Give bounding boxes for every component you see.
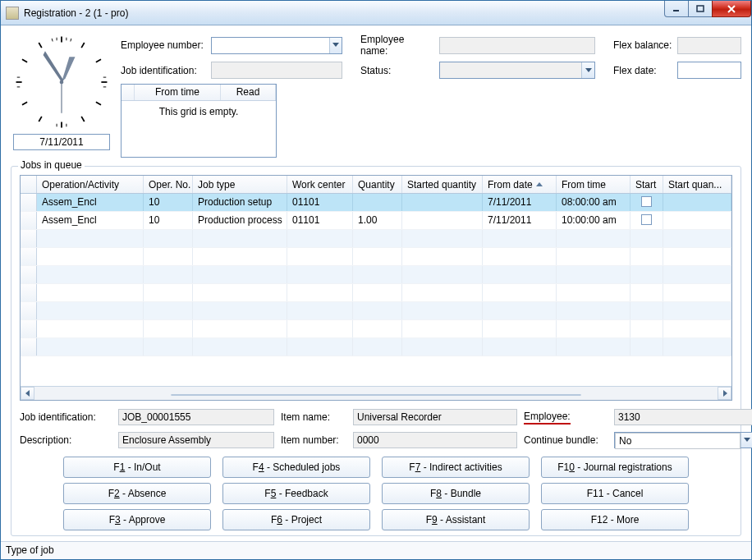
continue-bundle-dropdown-icon[interactable] [741, 433, 752, 448]
flex-date-label: Flex date: [613, 65, 672, 76]
col-fromtime[interactable]: From time [557, 176, 630, 193]
job-identification-field [211, 62, 342, 79]
job-identification-label: Job identification: [121, 65, 206, 76]
status-dropdown-icon[interactable] [581, 62, 594, 78]
detail-jobid [118, 409, 274, 425]
employee-number-label: Employee number: [121, 39, 206, 51]
app-icon [6, 7, 19, 20]
detail-description [118, 432, 274, 448]
table-row[interactable] [21, 230, 731, 248]
fkey-buttons: F1 - In/Out F4 - Scheduled jobs F7 - Ind… [20, 457, 732, 530]
f7-button[interactable]: F7 - Indirect activities [382, 457, 530, 478]
table-row[interactable]: Assem_Encl10Production process011011.007… [21, 212, 731, 230]
close-button[interactable] [712, 1, 751, 17]
status-combo[interactable] [439, 62, 595, 79]
col-workcenter[interactable]: Work center [287, 176, 353, 193]
continue-bundle-combo[interactable] [614, 432, 752, 448]
col-jobtype[interactable]: Job type [193, 176, 287, 193]
col-operation[interactable]: Operation/Activity [37, 176, 144, 193]
table-row[interactable] [21, 266, 731, 284]
jobs-in-queue-group: Jobs in queue Operation/Activity Oper. N… [11, 166, 741, 536]
mini-grid-col-fromtime[interactable]: From time [135, 85, 221, 100]
employee-number-combo[interactable] [211, 37, 342, 54]
mini-grid: From time Read This grid is empty. [121, 84, 277, 158]
f8-button[interactable]: F8 - Bundle [382, 483, 530, 504]
scroll-right-icon[interactable] [718, 387, 731, 400]
col-quantity[interactable]: Quantity [353, 176, 402, 193]
clock-date: 7/11/2011 [13, 134, 110, 150]
clock-column: 7/11/2011 [11, 34, 112, 158]
table-row[interactable] [21, 302, 731, 320]
window-controls [665, 1, 751, 17]
table-row[interactable] [21, 320, 731, 338]
form-column: Employee number: Employee name: Flex bal… [121, 34, 741, 158]
employee-name-label: Employee name: [360, 34, 434, 57]
detail-itemname [353, 409, 517, 425]
status-input[interactable] [440, 62, 581, 78]
table-row[interactable] [21, 248, 731, 266]
col-fromdate[interactable]: From date [483, 176, 557, 193]
top-area: 7/11/2011 Employee number: Employee name [11, 34, 741, 158]
col-startedqty[interactable]: Started quantity [402, 176, 483, 193]
start-checkbox[interactable] [641, 214, 652, 225]
mini-grid-col-read[interactable]: Read [221, 85, 276, 100]
sort-asc-icon [536, 182, 543, 186]
jobs-grid-rows: Assem_Encl10Production setup011017/11/20… [21, 194, 731, 386]
jobs-in-queue-legend: Jobs in queue [18, 159, 85, 171]
col-operno[interactable]: Oper. No. [144, 176, 193, 193]
minimize-button[interactable] [664, 1, 689, 17]
detail-jobid-label: Job identification: [20, 411, 112, 423]
start-checkbox[interactable] [641, 196, 652, 207]
svg-point-19 [60, 80, 64, 85]
employee-name-field [439, 37, 595, 54]
flex-balance-label: Flex balance: [613, 39, 672, 51]
employee-number-input[interactable] [212, 38, 329, 53]
continue-bundle-input[interactable] [615, 433, 741, 449]
detail-employee [614, 409, 752, 425]
table-row[interactable] [21, 338, 731, 356]
col-startqty[interactable]: Start quan... [663, 176, 731, 193]
mini-grid-empty: This grid is empty. [122, 101, 276, 157]
detail-employee-label: Employee: [524, 411, 608, 425]
content: 7/11/2011 Employee number: Employee name [1, 25, 751, 541]
f3-button[interactable]: F3 - Approve [63, 509, 211, 530]
detail-continuebundle-label: Continue bundle: [524, 434, 608, 446]
window-title: Registration - 2 (1 - pro) [24, 7, 128, 19]
f6-button[interactable]: F6 - Project [222, 509, 370, 530]
job-details: Job identification: Item name: Employee:… [20, 409, 732, 448]
table-row[interactable] [21, 284, 731, 302]
detail-description-label: Description: [20, 434, 112, 446]
employee-number-dropdown-icon[interactable] [329, 38, 342, 53]
f1-button[interactable]: F1 - In/Out [63, 457, 211, 478]
jobs-grid-gutter-head [21, 176, 37, 193]
f12-button[interactable]: F12 - More [541, 509, 689, 530]
status-label: Status: [360, 65, 434, 76]
scroll-thumb[interactable] [171, 394, 580, 396]
f10-button[interactable]: F10 - Journal registrations [541, 457, 689, 478]
app-window: Registration - 2 (1 - pro) [0, 0, 752, 560]
f5-button[interactable]: F5 - Feedback [222, 483, 370, 504]
titlebar: Registration - 2 (1 - pro) [1, 1, 751, 25]
flex-balance-field [677, 37, 741, 54]
col-start[interactable]: Start [630, 176, 663, 193]
detail-itemnumber-label: Item number: [281, 434, 346, 446]
scroll-left-icon[interactable] [21, 387, 34, 400]
jobs-grid-header: Operation/Activity Oper. No. Job type Wo… [21, 176, 731, 194]
maximize-button[interactable] [688, 1, 713, 17]
f9-button[interactable]: F9 - Assistant [382, 509, 530, 530]
detail-itemname-label: Item name: [281, 411, 346, 423]
f11-button[interactable]: F11 - Cancel [541, 483, 689, 504]
table-row[interactable]: Assem_Encl10Production setup011017/11/20… [21, 194, 731, 212]
detail-itemnumber [353, 432, 517, 448]
f4-button[interactable]: F4 - Scheduled jobs [222, 457, 370, 478]
svg-rect-1 [697, 6, 704, 11]
analog-clock [13, 34, 110, 131]
statusbar: Type of job [1, 541, 751, 559]
jobs-grid[interactable]: Operation/Activity Oper. No. Job type Wo… [20, 175, 732, 401]
flex-date-input[interactable] [677, 62, 741, 79]
f2-button[interactable]: F2 - Absence [63, 483, 211, 504]
grid-hscroll[interactable] [21, 386, 731, 400]
